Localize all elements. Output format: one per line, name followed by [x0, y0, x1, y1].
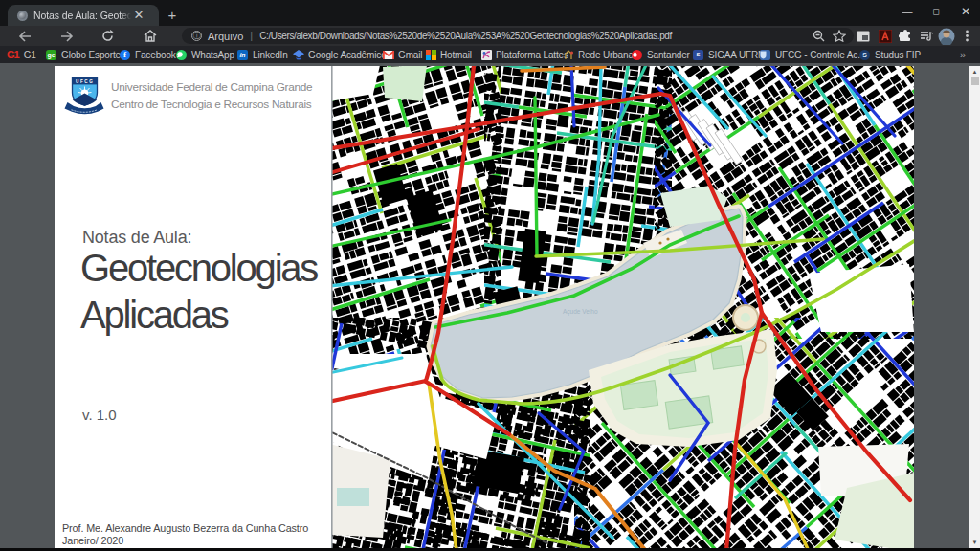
- svg-text:Açude Velho: Açude Velho: [563, 308, 598, 316]
- svg-text:UFCG: UFCG: [76, 79, 94, 84]
